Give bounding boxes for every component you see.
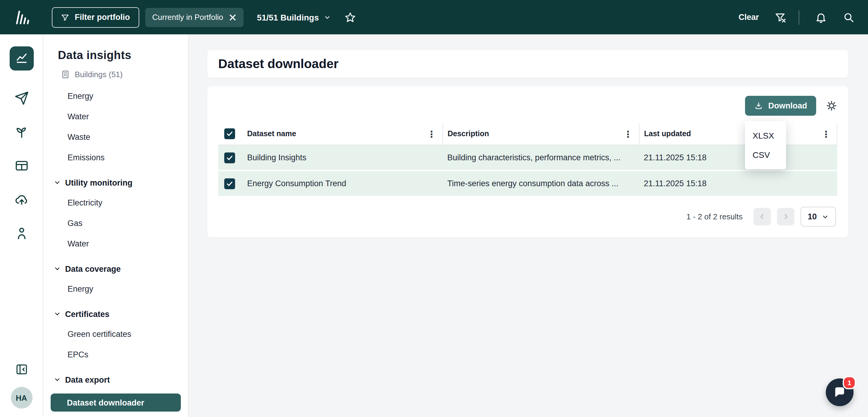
rail-item-users[interactable] bbox=[14, 226, 29, 240]
sidebar-item-water[interactable]: Water bbox=[54, 107, 182, 127]
clear-filters-button[interactable]: Clear bbox=[738, 13, 759, 22]
results-count: 1 - 2 of 2 results bbox=[687, 212, 743, 221]
menu-item-csv[interactable]: CSV bbox=[745, 145, 786, 164]
user-avatar[interactable]: HA bbox=[10, 387, 32, 409]
column-header-dataset-name: Dataset name bbox=[247, 130, 296, 138]
buildings-selector-label: 51/51 Buildings bbox=[257, 12, 319, 22]
sidebar-item-dataset-downloader-active[interactable]: Dataset downloader bbox=[51, 393, 181, 412]
chevron-down-icon bbox=[324, 13, 331, 21]
pagination: 1 - 2 of 2 results 10 bbox=[218, 207, 837, 227]
page-title: Dataset downloader bbox=[218, 57, 338, 71]
buildings-scope-label: Buildings (51) bbox=[75, 70, 123, 79]
page-title-card: Dataset downloader bbox=[207, 50, 848, 78]
sidebar-item-coverage-energy[interactable]: Energy bbox=[54, 279, 182, 299]
funnel-icon bbox=[61, 13, 69, 22]
table-row[interactable]: Energy Consumption Trend Time-series ene… bbox=[218, 170, 837, 196]
column-menu-icon[interactable]: ⋮ bbox=[426, 129, 437, 138]
filter-portfolio-button[interactable]: Filter portfolio bbox=[52, 7, 139, 27]
table-row[interactable]: Building Insights Building characteristi… bbox=[218, 145, 837, 170]
cell-description: Building characteristics, performance me… bbox=[442, 145, 639, 170]
page-size-value: 10 bbox=[808, 212, 817, 221]
icon-rail: HA bbox=[0, 34, 43, 417]
download-format-menu: XLSX CSV bbox=[745, 121, 786, 169]
notifications-bell-icon[interactable] bbox=[815, 11, 827, 23]
chip-close-icon[interactable] bbox=[229, 13, 237, 21]
cell-dataset-name: Energy Consumption Trend bbox=[242, 170, 442, 196]
section-label: Utility monitoring bbox=[65, 178, 133, 187]
sidebar: Data insights Buildings (51) Energy Wate… bbox=[43, 34, 189, 417]
row-checkbox[interactable] bbox=[224, 178, 235, 189]
menu-item-xlsx[interactable]: XLSX bbox=[745, 126, 786, 145]
sidebar-section-utility-monitoring[interactable]: Utility monitoring bbox=[54, 172, 188, 193]
cell-last-updated: 21.11.2025 15:18 bbox=[639, 170, 837, 196]
chevron-down-icon bbox=[54, 179, 61, 186]
settings-gear-icon[interactable] bbox=[826, 100, 837, 111]
brand-logo-icon[interactable] bbox=[13, 8, 31, 26]
dataset-card: Download XLSX CSV bbox=[207, 86, 848, 237]
previous-page-button[interactable] bbox=[753, 208, 771, 225]
section-label: Data coverage bbox=[65, 264, 121, 273]
rail-item-sustainability[interactable] bbox=[14, 125, 29, 139]
rail-item-send[interactable] bbox=[14, 91, 29, 105]
sidebar-title: Data insights bbox=[58, 49, 188, 62]
check-icon bbox=[226, 154, 233, 161]
check-icon bbox=[226, 130, 233, 137]
collapse-sidebar-icon[interactable] bbox=[15, 363, 28, 376]
sidebar-section-certificates[interactable]: Certificates bbox=[54, 304, 188, 324]
buildings-selector[interactable]: 51/51 Buildings bbox=[257, 12, 331, 22]
rail-item-upload[interactable] bbox=[14, 192, 29, 207]
portfolio-filter-chip[interactable]: Currently in Portfolio bbox=[145, 7, 244, 27]
column-header-description: Description bbox=[447, 130, 489, 138]
page-size-select[interactable]: 10 bbox=[801, 207, 836, 227]
download-icon bbox=[754, 101, 763, 110]
building-icon bbox=[61, 70, 70, 79]
chevron-right-icon bbox=[782, 213, 789, 221]
sidebar-item-green-certificates[interactable]: Green certificates bbox=[54, 324, 182, 345]
filter-remove-icon[interactable] bbox=[775, 11, 786, 23]
topbar: Filter portfolio Currently in Portfolio … bbox=[0, 0, 868, 34]
sidebar-item-waste[interactable]: Waste bbox=[54, 127, 182, 148]
cell-last-updated: 21.11.2025 15:18 bbox=[639, 145, 837, 170]
chevron-left-icon bbox=[758, 213, 766, 221]
table-header-row: Dataset name⋮ Description⋮ Last updated⋮ bbox=[218, 123, 837, 145]
sidebar-item-epcs[interactable]: EPCs bbox=[54, 345, 182, 365]
column-header-last-updated: Last updated bbox=[644, 130, 691, 138]
section-label: Data export bbox=[65, 375, 110, 384]
rail-item-tables[interactable] bbox=[14, 159, 29, 173]
chevron-down-icon bbox=[822, 213, 829, 220]
chat-launcher[interactable]: 1 bbox=[826, 379, 854, 406]
search-icon[interactable] bbox=[843, 11, 855, 23]
check-icon bbox=[226, 180, 233, 187]
sidebar-item-gas[interactable]: Gas bbox=[54, 213, 182, 234]
download-button[interactable]: Download bbox=[745, 96, 816, 116]
chevron-down-icon bbox=[54, 376, 61, 383]
next-page-button[interactable] bbox=[777, 208, 795, 225]
cell-dataset-name: Building Insights bbox=[242, 145, 442, 170]
section-label: Certificates bbox=[65, 310, 110, 318]
chip-label: Currently in Portfolio bbox=[152, 13, 223, 22]
dataset-toolbar: Download XLSX CSV bbox=[218, 96, 837, 116]
sidebar-item-energy[interactable]: Energy bbox=[54, 86, 182, 107]
main-content: Dataset downloader Download XLSX CSV bbox=[189, 34, 868, 417]
topbar-divider bbox=[799, 10, 799, 24]
sidebar-section-data-export[interactable]: Data export bbox=[54, 370, 188, 390]
column-menu-icon[interactable]: ⋮ bbox=[622, 129, 634, 138]
cell-description: Time-series energy consumption data acro… bbox=[442, 170, 639, 196]
buildings-scope[interactable]: Buildings (51) bbox=[61, 70, 188, 79]
chevron-down-icon bbox=[54, 310, 61, 318]
sidebar-item-electricity[interactable]: Electricity bbox=[54, 193, 182, 213]
download-button-label: Download bbox=[768, 101, 807, 110]
select-all-checkbox[interactable] bbox=[224, 128, 235, 139]
row-checkbox[interactable] bbox=[224, 152, 235, 163]
sidebar-section-data-coverage[interactable]: Data coverage bbox=[54, 258, 188, 279]
avatar-initials: HA bbox=[16, 393, 27, 402]
sidebar-item-emissions[interactable]: Emissions bbox=[54, 148, 182, 168]
favorite-star-icon[interactable] bbox=[344, 11, 356, 23]
sidebar-item-utility-water[interactable]: Water bbox=[54, 234, 182, 254]
chat-unread-badge: 1 bbox=[843, 376, 856, 389]
column-menu-icon[interactable]: ⋮ bbox=[820, 129, 832, 138]
rail-item-data-insights[interactable] bbox=[9, 46, 33, 70]
filter-portfolio-label: Filter portfolio bbox=[75, 13, 130, 22]
chart-line-icon bbox=[15, 52, 28, 65]
app-root: Filter portfolio Currently in Portfolio … bbox=[0, 0, 868, 417]
